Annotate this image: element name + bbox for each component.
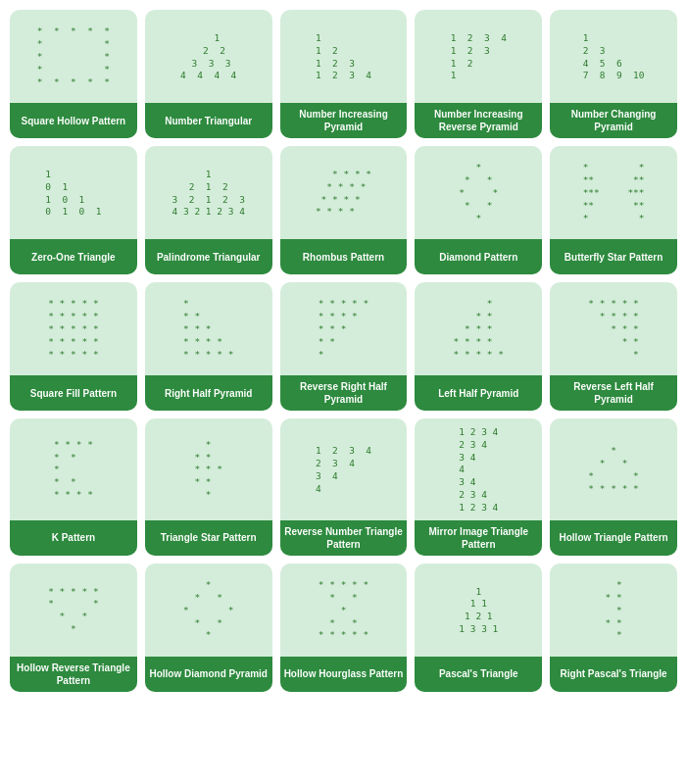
card-label: Reverse Right Half Pyramid [280,375,408,411]
card-pattern: 1 2 3 4 1 2 3 1 2 1 [415,10,542,103]
pattern-card[interactable]: * * * * * * * * * *Hollow Reverse Triang… [10,564,137,692]
pattern-card[interactable]: * * * * * * * * * * * * * * *Reverse Lef… [550,282,677,411]
card-label: Number Triangular [145,103,272,138]
card-pattern: 1 2 3 4 2 3 4 3 4 4 3 4 2 3 4 1 2 3 4 [415,418,542,520]
pattern-card[interactable]: * * * * * * *Right Pascal's Triangle [550,564,677,692]
card-pattern: * * * * * * * [550,564,677,657]
card-pattern: 1 1 2 1 2 3 1 2 3 4 [280,10,408,103]
card-pattern: * * * * * * * * * * * * * * * [415,282,542,375]
card-label: Pascal's Triangle [415,657,542,692]
card-label: Hollow Hourglass Pattern [280,657,408,692]
pattern-card[interactable]: * * ** ** *** *** ** ** * *Butterfly Sta… [550,146,677,274]
pattern-card[interactable]: * * * * * * * *Hollow Diamond Pyramid [145,564,272,692]
pattern-card[interactable]: * * * * * * * * * * * * *K Pattern [10,418,137,556]
pattern-grid: * * * * * * * * * * * * * * * *Square Ho… [10,10,677,692]
card-pattern: * * * * * * * * [145,564,272,657]
card-pattern: * * * * * * * * * * * * * * * [145,282,272,375]
card-pattern: 1 2 3 4 5 6 7 8 9 10 [550,10,677,103]
card-pattern: * * * * * * * * * * * * * [10,418,137,520]
card-label: Square Hollow Pattern [10,103,137,138]
card-pattern: 1 0 1 1 0 1 0 1 0 1 [10,146,137,239]
card-label: Number Changing Pyramid [550,103,677,138]
card-label: Hollow Triangle Pattern [550,520,677,556]
card-label: Rhombus Pattern [280,239,408,274]
card-label: Diamond Pattern [415,239,542,274]
card-label: Right Pascal's Triangle [550,657,677,692]
card-label: Left Half Pyramid [415,375,542,411]
pattern-card[interactable]: * * * * * * * *Diamond Pattern [415,146,542,274]
pattern-card[interactable]: 1 2 3 4 1 2 3 1 2 1Number Increasing Rev… [415,10,542,138]
pattern-card[interactable]: 1 1 1 1 2 1 1 3 3 1Pascal's Triangle [415,564,542,692]
card-pattern: * * * * * * * * * * * * * * * * [10,10,137,103]
card-label: Hollow Diamond Pyramid [145,657,272,692]
card-label: Number Increasing Reverse Pyramid [415,103,542,138]
card-pattern: 1 2 3 4 2 3 4 3 4 4 [280,418,408,520]
card-pattern: * * * * * * * * * * * * * * * [550,282,677,375]
card-label: Reverse Number Triangle Pattern [280,520,408,556]
pattern-card[interactable]: * * * * * * * * * * * * * * *Reverse Rig… [280,282,408,411]
card-label: Mirror Image Triangle Pattern [415,520,542,556]
pattern-card[interactable]: * * * * * * * * * * * * * * * *Rhombus P… [280,146,408,274]
pattern-card[interactable]: * * * * * * * * * * * * * * *Left Half P… [415,282,542,411]
card-label: Hollow Reverse Triangle Pattern [10,657,137,692]
pattern-card[interactable]: * * * * * * * * * * * * * * *Right Half … [145,282,272,411]
card-pattern: * * * * * * * * * * [550,418,677,520]
card-pattern: * * * * * * * * * * * * * * * * * * * * … [10,282,137,375]
card-pattern: * * * * * * * * * * * * * * * * [280,146,408,239]
pattern-card[interactable]: * * * * * * * * * * * * * * * * * * * * … [10,282,137,411]
pattern-card[interactable]: * * * * * * * * * * * * * * *Hollow Hour… [280,564,408,692]
card-pattern: 1 2 2 3 3 3 4 4 4 4 [145,10,272,103]
card-label: Square Fill Pattern [10,375,137,411]
card-label: Zero-One Triangle [10,239,137,274]
card-label: K Pattern [10,520,137,556]
pattern-card[interactable]: 1 2 1 2 3 2 1 2 3 4 3 2 1 2 3 4Palindrom… [145,146,272,274]
pattern-card[interactable]: * * * * * * * * * * * * * * * *Square Ho… [10,10,137,138]
pattern-card[interactable]: 1 2 3 4 2 3 4 3 4 4 3 4 2 3 4 1 2 3 4Mir… [415,418,542,556]
card-label: Right Half Pyramid [145,375,272,411]
card-label: Triangle Star Pattern [145,520,272,556]
card-label: Reverse Left Half Pyramid [550,375,677,411]
pattern-card[interactable]: 1 2 2 3 3 3 4 4 4 4Number Triangular [145,10,272,138]
card-pattern: * * ** ** *** *** ** ** * * [550,146,677,239]
card-pattern: * * * * * * * * * [145,418,272,520]
card-pattern: 1 2 1 2 3 2 1 2 3 4 3 2 1 2 3 4 [145,146,272,239]
pattern-card[interactable]: 1 2 3 4 2 3 4 3 4 4Reverse Number Triang… [280,418,408,556]
card-label: Palindrome Triangular [145,239,272,274]
card-pattern: * * * * * * * * * * * * * * * [280,282,408,375]
pattern-card[interactable]: 1 0 1 1 0 1 0 1 0 1Zero-One Triangle [10,146,137,274]
card-label: Number Increasing Pyramid [280,103,408,138]
pattern-card[interactable]: * * * * * * * * * *Hollow Triangle Patte… [550,418,677,556]
pattern-card[interactable]: * * * * * * * * *Triangle Star Pattern [145,418,272,556]
card-label: Butterfly Star Pattern [550,239,677,274]
pattern-card[interactable]: 1 1 2 1 2 3 1 2 3 4Number Increasing Pyr… [280,10,408,138]
card-pattern: * * * * * * * * * * [10,564,137,657]
card-pattern: 1 1 1 1 2 1 1 3 3 1 [415,564,542,657]
card-pattern: * * * * * * * * [415,146,542,239]
pattern-card[interactable]: 1 2 3 4 5 6 7 8 9 10Number Changing Pyra… [550,10,677,138]
card-pattern: * * * * * * * * * * * * * * * [280,564,408,657]
